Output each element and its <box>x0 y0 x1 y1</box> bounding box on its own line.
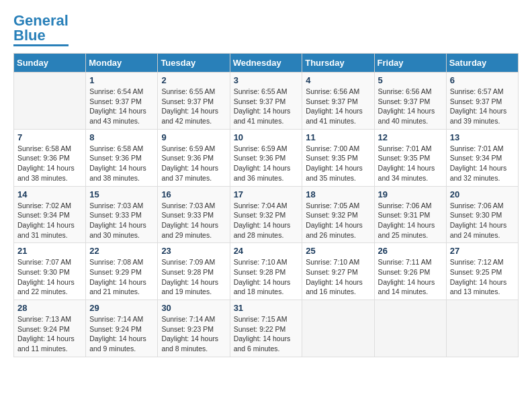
day-number: 17 <box>234 189 299 199</box>
calendar-day-header: Thursday <box>302 54 374 73</box>
day-info: Sunrise: 6:59 AMSunset: 9:36 PMDaylight:… <box>161 144 226 183</box>
day-info: Sunrise: 7:04 AMSunset: 9:32 PMDaylight:… <box>234 201 299 240</box>
calendar-cell: 11Sunrise: 7:00 AMSunset: 9:35 PMDayligh… <box>302 129 374 186</box>
calendar-table: SundayMondayTuesdayWednesdayThursdayFrid… <box>13 53 519 357</box>
logo: General Blue <box>13 13 69 46</box>
day-number: 9 <box>161 132 226 142</box>
calendar-cell: 6Sunrise: 6:57 AMSunset: 9:37 PMDaylight… <box>446 73 518 130</box>
day-number: 21 <box>17 246 82 256</box>
calendar-cell: 16Sunrise: 7:03 AMSunset: 9:33 PMDayligh… <box>158 186 230 243</box>
day-number: 16 <box>161 189 226 199</box>
day-info: Sunrise: 7:06 AMSunset: 9:30 PMDaylight:… <box>450 201 515 240</box>
day-number: 31 <box>234 303 299 313</box>
day-info: Sunrise: 7:14 AMSunset: 9:24 PMDaylight:… <box>89 314 154 354</box>
calendar-cell: 21Sunrise: 7:07 AMSunset: 9:30 PMDayligh… <box>14 243 86 300</box>
day-number: 3 <box>234 75 299 85</box>
calendar-cell: 20Sunrise: 7:06 AMSunset: 9:30 PMDayligh… <box>446 186 518 243</box>
day-number: 24 <box>234 246 299 256</box>
calendar-day-header: Sunday <box>14 54 86 73</box>
calendar-cell: 2Sunrise: 6:55 AMSunset: 9:37 PMDaylight… <box>158 73 230 130</box>
calendar-cell <box>14 73 86 130</box>
day-info: Sunrise: 7:02 AMSunset: 9:34 PMDaylight:… <box>17 201 82 240</box>
calendar-cell <box>446 300 518 357</box>
day-info: Sunrise: 6:55 AMSunset: 9:37 PMDaylight:… <box>234 87 299 126</box>
calendar-day-header: Friday <box>374 54 446 73</box>
calendar-cell: 25Sunrise: 7:10 AMSunset: 9:27 PMDayligh… <box>302 243 374 300</box>
day-info: Sunrise: 7:01 AMSunset: 9:34 PMDaylight:… <box>450 144 515 183</box>
day-number: 25 <box>306 246 370 256</box>
calendar-cell: 18Sunrise: 7:05 AMSunset: 9:32 PMDayligh… <box>302 186 374 243</box>
day-info: Sunrise: 7:09 AMSunset: 9:28 PMDaylight:… <box>161 257 226 297</box>
day-number: 6 <box>450 75 515 85</box>
calendar-cell: 12Sunrise: 7:01 AMSunset: 9:35 PMDayligh… <box>374 129 446 186</box>
day-info: Sunrise: 7:13 AMSunset: 9:24 PMDaylight:… <box>17 314 82 354</box>
day-number: 7 <box>17 132 82 142</box>
calendar-cell: 9Sunrise: 6:59 AMSunset: 9:36 PMDaylight… <box>158 129 230 186</box>
day-info: Sunrise: 6:56 AMSunset: 9:37 PMDaylight:… <box>306 87 370 126</box>
calendar-cell: 3Sunrise: 6:55 AMSunset: 9:37 PMDaylight… <box>230 73 302 130</box>
day-number: 14 <box>17 189 82 199</box>
day-number: 28 <box>17 303 82 313</box>
day-number: 13 <box>450 132 515 142</box>
day-number: 30 <box>161 303 226 313</box>
day-number: 19 <box>378 189 443 199</box>
day-info: Sunrise: 7:06 AMSunset: 9:31 PMDaylight:… <box>378 201 443 240</box>
day-info: Sunrise: 7:03 AMSunset: 9:33 PMDaylight:… <box>161 201 226 240</box>
calendar-cell: 31Sunrise: 7:15 AMSunset: 9:22 PMDayligh… <box>230 300 302 357</box>
calendar-cell: 4Sunrise: 6:56 AMSunset: 9:37 PMDaylight… <box>302 73 374 130</box>
day-info: Sunrise: 6:58 AMSunset: 9:36 PMDaylight:… <box>17 144 82 183</box>
day-info: Sunrise: 7:05 AMSunset: 9:32 PMDaylight:… <box>306 201 370 240</box>
day-info: Sunrise: 6:59 AMSunset: 9:36 PMDaylight:… <box>234 144 299 183</box>
day-info: Sunrise: 6:54 AMSunset: 9:37 PMDaylight:… <box>89 87 154 126</box>
calendar-cell: 1Sunrise: 6:54 AMSunset: 9:37 PMDaylight… <box>86 73 158 130</box>
day-number: 27 <box>450 246 515 256</box>
calendar-week-row: 1Sunrise: 6:54 AMSunset: 9:37 PMDaylight… <box>14 73 519 130</box>
calendar-cell: 8Sunrise: 6:58 AMSunset: 9:36 PMDaylight… <box>86 129 158 186</box>
calendar-day-header: Monday <box>86 54 158 73</box>
day-info: Sunrise: 7:10 AMSunset: 9:27 PMDaylight:… <box>306 257 370 297</box>
calendar-day-header: Tuesday <box>158 54 230 73</box>
calendar-cell: 24Sunrise: 7:10 AMSunset: 9:28 PMDayligh… <box>230 243 302 300</box>
day-number: 8 <box>89 132 154 142</box>
calendar-day-header: Wednesday <box>230 54 302 73</box>
calendar-cell: 22Sunrise: 7:08 AMSunset: 9:29 PMDayligh… <box>86 243 158 300</box>
day-number: 12 <box>378 132 443 142</box>
day-number: 22 <box>89 246 154 256</box>
calendar-cell: 19Sunrise: 7:06 AMSunset: 9:31 PMDayligh… <box>374 186 446 243</box>
calendar-cell: 7Sunrise: 6:58 AMSunset: 9:36 PMDaylight… <box>14 129 86 186</box>
day-info: Sunrise: 7:07 AMSunset: 9:30 PMDaylight:… <box>17 257 82 297</box>
calendar-cell: 13Sunrise: 7:01 AMSunset: 9:34 PMDayligh… <box>446 129 518 186</box>
day-number: 10 <box>234 132 299 142</box>
day-number: 4 <box>306 75 370 85</box>
calendar-cell: 30Sunrise: 7:14 AMSunset: 9:23 PMDayligh… <box>158 300 230 357</box>
day-info: Sunrise: 7:10 AMSunset: 9:28 PMDaylight:… <box>234 257 299 297</box>
day-number: 11 <box>306 132 370 142</box>
day-number: 29 <box>89 303 154 313</box>
day-info: Sunrise: 7:14 AMSunset: 9:23 PMDaylight:… <box>161 314 226 354</box>
day-info: Sunrise: 7:01 AMSunset: 9:35 PMDaylight:… <box>378 144 443 183</box>
day-number: 5 <box>378 75 443 85</box>
calendar-week-row: 7Sunrise: 6:58 AMSunset: 9:36 PMDaylight… <box>14 129 519 186</box>
logo-blue: Blue <box>13 27 46 44</box>
calendar-cell: 29Sunrise: 7:14 AMSunset: 9:24 PMDayligh… <box>86 300 158 357</box>
page-header: General Blue <box>13 13 519 46</box>
calendar-cell: 17Sunrise: 7:04 AMSunset: 9:32 PMDayligh… <box>230 186 302 243</box>
day-number: 20 <box>450 189 515 199</box>
day-info: Sunrise: 6:57 AMSunset: 9:37 PMDaylight:… <box>450 87 515 126</box>
day-number: 26 <box>378 246 443 256</box>
day-info: Sunrise: 7:08 AMSunset: 9:29 PMDaylight:… <box>89 257 154 297</box>
calendar-cell: 5Sunrise: 6:56 AMSunset: 9:37 PMDaylight… <box>374 73 446 130</box>
calendar-cell: 23Sunrise: 7:09 AMSunset: 9:28 PMDayligh… <box>158 243 230 300</box>
calendar-week-row: 28Sunrise: 7:13 AMSunset: 9:24 PMDayligh… <box>14 300 519 357</box>
calendar-cell <box>374 300 446 357</box>
day-info: Sunrise: 6:58 AMSunset: 9:36 PMDaylight:… <box>89 144 154 183</box>
calendar-cell: 15Sunrise: 7:03 AMSunset: 9:33 PMDayligh… <box>86 186 158 243</box>
calendar-cell: 10Sunrise: 6:59 AMSunset: 9:36 PMDayligh… <box>230 129 302 186</box>
day-info: Sunrise: 7:03 AMSunset: 9:33 PMDaylight:… <box>89 201 154 240</box>
day-info: Sunrise: 7:00 AMSunset: 9:35 PMDaylight:… <box>306 144 370 183</box>
day-info: Sunrise: 6:56 AMSunset: 9:37 PMDaylight:… <box>378 87 443 126</box>
calendar-cell: 26Sunrise: 7:11 AMSunset: 9:26 PMDayligh… <box>374 243 446 300</box>
logo-text: General Blue <box>13 13 69 43</box>
day-info: Sunrise: 7:15 AMSunset: 9:22 PMDaylight:… <box>234 314 299 354</box>
day-number: 2 <box>161 75 226 85</box>
